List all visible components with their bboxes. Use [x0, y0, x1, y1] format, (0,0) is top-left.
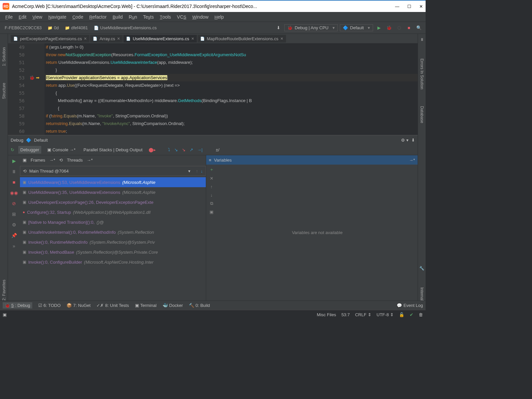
tool-build[interactable]: 🔨 0: Build [189, 303, 210, 308]
show-watches-icon[interactable]: ▣ [209, 209, 213, 214]
stop-button[interactable]: ■ [405, 24, 413, 32]
menu-navigate[interactable]: Navigate [46, 13, 69, 21]
remove-watch-icon[interactable]: ✕ [210, 176, 213, 181]
status-misc[interactable]: Misc Files [317, 312, 336, 317]
frame-row[interactable]: ▣ Invoke():0, RuntimeMethodInfo (System.… [20, 237, 206, 247]
pause-button[interactable]: ⏸ [10, 168, 18, 175]
tool-event-log[interactable]: 💬 Event Log [397, 303, 423, 308]
view-breakpoints-icon[interactable]: ◉◉ [10, 189, 18, 197]
trash-icon[interactable]: 🗑 [419, 312, 423, 317]
editor-tab[interactable]: MapRouteRouteBuilderExtensions.cs✕ [198, 35, 286, 43]
download-icon[interactable]: ⬇ [274, 24, 282, 32]
resume-button[interactable]: ▶ [10, 157, 18, 165]
frame-row[interactable]: ▣ UnsafeInvokeInternal():0, RuntimeMetho… [20, 227, 206, 237]
menu-window[interactable]: Window [190, 13, 211, 21]
tool-structure[interactable]: Structure [2, 83, 6, 99]
tool-errors[interactable]: Errors In Solution [420, 59, 424, 89]
menu-edit[interactable]: Edit [16, 13, 29, 21]
move-down-icon[interactable]: ↓ [210, 193, 213, 198]
editor-tab[interactable]: perExceptionPageExtensions.cs✕ [11, 35, 89, 43]
menu-vcs[interactable]: VCS [174, 13, 189, 21]
step-out-icon[interactable]: ↗ [190, 147, 193, 152]
breadcrumb-part[interactable]: F-FEB6C2C9CC63 [3, 25, 44, 31]
status-line-ending[interactable]: CRLF ⇕ [355, 312, 371, 317]
tool-solution[interactable]: 1: Solution [2, 47, 6, 66]
editor-tab[interactable]: Array.cs✕ [90, 35, 123, 43]
pin-icon[interactable]: 📌 [10, 232, 18, 239]
attach-icon[interactable]: ⬡ [395, 24, 403, 32]
breadcrumb-folder[interactable]: dfef4081 [63, 25, 90, 31]
menu-tests[interactable]: Tests [140, 13, 156, 21]
frame-row[interactable]: ▣ [Native to Managed Transition]():0, ()… [20, 217, 206, 227]
breadcrumb-folder[interactable]: 0d [46, 25, 61, 31]
status-position[interactable]: 53:7 [341, 312, 350, 317]
frame-row[interactable]: ▣ Invoke():0, MethodBase (System.Reflect… [20, 247, 206, 257]
menu-refactor[interactable]: Refactor [86, 13, 109, 21]
tool-unit-tests[interactable]: ✓✗ 8: Unit Tests [96, 303, 129, 308]
menu-view[interactable]: View [30, 13, 45, 21]
wrench-icon[interactable]: 🔧 [419, 266, 424, 271]
download-icon[interactable]: ⬇ [411, 138, 415, 143]
menu-help[interactable]: Help [212, 13, 226, 21]
move-up-icon[interactable]: ↑ [210, 184, 213, 189]
frame-row[interactable]: ▣ Invoke():0, ConfigureBuilder (Microsof… [20, 257, 206, 267]
run-config-selector[interactable]: 🔷 Default [340, 24, 373, 31]
stop-button[interactable]: ■ [10, 179, 18, 186]
tool-favorites[interactable]: 2: Favorites [2, 280, 6, 301]
minimize-button[interactable]: — [395, 4, 399, 9]
tab-console[interactable]: ▣ Console →* [45, 146, 77, 154]
tool-internal[interactable]: Internal [420, 287, 424, 301]
thread-selector[interactable]: ⟲ Main Thread @7064 ▾ ↑ ↓ [20, 166, 206, 176]
code-area[interactable]: if (args.Length != 0) throw new NotSuppo… [45, 43, 418, 135]
pause-icon[interactable]: ⏸ [420, 37, 424, 42]
lock-icon[interactable]: 🔓 [399, 312, 404, 317]
maximize-button[interactable]: ☐ [407, 4, 411, 9]
copy-icon[interactable]: ⧉ [210, 201, 213, 206]
editor[interactable]: 49 50 51 52 53 54 55 56 57 58 59 60 🐞➡ [8, 43, 418, 135]
frame-row[interactable]: ● Configure():32, Startup (WebApplicatio… [20, 207, 206, 217]
close-icon[interactable]: ✕ [117, 37, 120, 41]
tool-docker[interactable]: 🐳 Docker [163, 303, 183, 308]
tab-debugger[interactable]: Debugger [18, 146, 41, 154]
tab-parallel-stacks[interactable]: Parallel Stacks | Debug Output [81, 146, 145, 154]
next-frame-icon[interactable]: ↓ [201, 169, 203, 174]
run-button[interactable]: ▶ [375, 24, 383, 32]
close-button[interactable]: ✕ [419, 4, 423, 9]
restore-icon[interactable]: →* [409, 158, 415, 163]
close-icon[interactable]: ✕ [280, 37, 283, 41]
force-step-into-icon[interactable]: ↘ [182, 147, 186, 152]
layout-icon[interactable]: ⊞ [10, 210, 18, 218]
debug-button[interactable]: 🐞 [385, 24, 393, 32]
frame-row[interactable]: ▣ UseMiddleware():35, UseMiddlewareExten… [20, 187, 206, 197]
tool-nuget[interactable]: 📦 7: NuGet [66, 303, 90, 308]
frame-row[interactable]: ▣ UseMiddleware():53, UseMiddlewareExten… [20, 177, 206, 187]
evaluate-icon[interactable]: ±/ [216, 147, 219, 152]
tool-terminal[interactable]: ▣ Terminal [135, 303, 157, 308]
more-icon[interactable]: » [10, 242, 18, 250]
tool-database[interactable]: Database [420, 106, 424, 123]
search-icon[interactable]: 🔍 [415, 24, 423, 32]
refresh-icon[interactable]: ↻ [11, 147, 14, 152]
menu-build[interactable]: Build [110, 13, 125, 21]
frame-row[interactable]: ▣ UseDeveloperExceptionPage():26, Develo… [20, 197, 206, 207]
close-icon[interactable]: ✕ [191, 37, 194, 41]
close-icon[interactable]: ✕ [84, 37, 87, 41]
menu-file[interactable]: File [3, 13, 15, 21]
editor-tab[interactable]: UseMiddlewareExtensions.cs✕ [123, 35, 197, 43]
step-into-icon[interactable]: ↘ [174, 147, 178, 152]
mute-breakpoints-icon[interactable]: ⊘ [10, 200, 18, 207]
add-watch-icon[interactable]: ＋ [209, 167, 214, 173]
tool-debug[interactable]: 🐞 5: Debug [3, 302, 32, 309]
menu-tools[interactable]: Tools [157, 13, 174, 21]
status-icon[interactable]: ▣ [3, 312, 7, 317]
run-to-cursor-icon[interactable]: →| [197, 147, 202, 152]
settings-icon[interactable]: ⚙ [10, 221, 18, 228]
status-encoding[interactable]: UTF-8 ⇕ [377, 312, 394, 317]
step-over-icon[interactable]: ⤵ [168, 147, 170, 152]
prev-frame-icon[interactable]: ↑ [196, 169, 198, 174]
gear-icon[interactable]: ⚙ ▾ [401, 138, 409, 143]
menu-code[interactable]: Code [70, 13, 86, 21]
resume-icon[interactable]: ⬤▸ [149, 147, 156, 152]
menu-run[interactable]: Run [126, 13, 140, 21]
breadcrumb-file[interactable]: UseMiddlewareExtensions.cs [92, 25, 159, 31]
